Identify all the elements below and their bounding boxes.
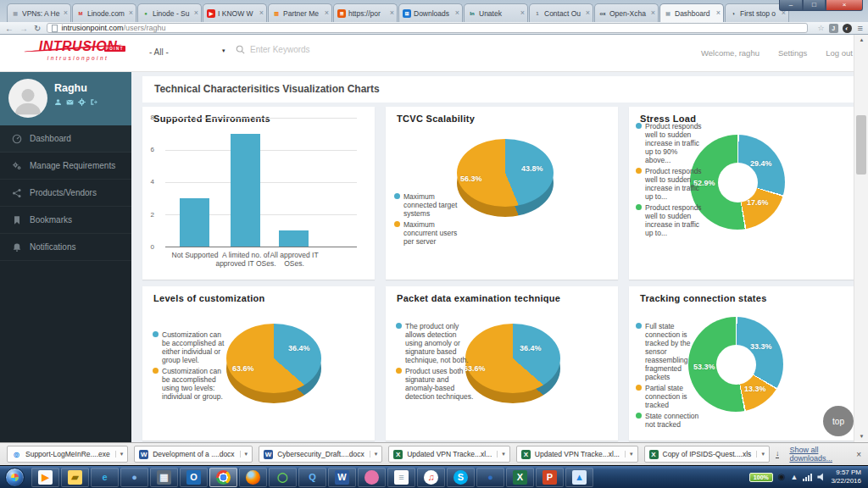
download-caret-icon[interactable]: ▾ bbox=[370, 451, 378, 458]
search-bar[interactable] bbox=[236, 45, 369, 54]
browser-tab[interactable]: M Linode.com × bbox=[72, 3, 136, 22]
reload-button[interactable]: ↻ bbox=[34, 23, 41, 34]
download-item[interactable]: X Updated VPN Tracke...xl... ▾ bbox=[388, 446, 510, 463]
share-nodes-icon bbox=[12, 188, 22, 198]
tray-expand-caret-icon[interactable]: ▲ bbox=[790, 473, 798, 481]
tab-close-icon[interactable]: × bbox=[325, 8, 329, 18]
taskbar-app-button[interactable] bbox=[239, 468, 267, 487]
envelope-icon[interactable] bbox=[66, 98, 74, 106]
taskbar: ▶ ▰ e ● ▦ O ◯ Q W bbox=[0, 465, 868, 488]
tray-icon[interactable]: ◉ bbox=[778, 473, 786, 481]
taskbar-app-button[interactable]: e bbox=[91, 468, 119, 487]
scroll-to-top-button[interactable]: top bbox=[823, 406, 854, 436]
battery-indicator[interactable]: 100% bbox=[749, 473, 773, 482]
forward-button[interactable]: → bbox=[19, 23, 28, 34]
browser-tab[interactable]: ● Linode - Su × bbox=[137, 3, 202, 22]
download-caret-icon[interactable]: ▾ bbox=[115, 451, 124, 458]
extension-icon[interactable]: J bbox=[829, 24, 838, 33]
browser-tab[interactable]: ▤ Dashboard × bbox=[659, 3, 724, 22]
taskbar-app-button[interactable]: ♫ bbox=[417, 468, 445, 487]
sign-out-icon[interactable] bbox=[90, 98, 97, 106]
download-filename: Cybersecurity_Draft....docx bbox=[277, 450, 364, 458]
user-icon[interactable] bbox=[54, 98, 62, 106]
browser-tab[interactable]: 1 Contact Ou × bbox=[529, 3, 593, 22]
tab-close-icon[interactable]: × bbox=[390, 8, 394, 18]
taskbar-app-button[interactable] bbox=[209, 468, 237, 487]
tab-close-icon[interactable]: × bbox=[520, 8, 525, 18]
settings-link[interactable]: Settings bbox=[778, 48, 807, 58]
filter-dropdown[interactable]: - All - bbox=[149, 47, 227, 57]
taskbar-app-button[interactable]: ◯ bbox=[269, 468, 297, 487]
file-type-icon: ◎ bbox=[12, 450, 21, 459]
network-signal-icon[interactable] bbox=[803, 473, 812, 481]
download-item[interactable]: X Copy of IPSIDS-Quest....xls ▾ bbox=[644, 446, 770, 463]
download-item[interactable]: X Updated VPN Tracke...xl... ▾ bbox=[516, 446, 638, 463]
taskbar-app-button[interactable]: O bbox=[180, 468, 208, 487]
extension-icon[interactable]: ◐ bbox=[843, 24, 852, 33]
download-item[interactable]: W Cybersecurity_Draft....docx ▾ bbox=[259, 446, 382, 463]
close-button[interactable]: × bbox=[826, 0, 863, 11]
browser-tab[interactable]: ▦ VPNs: A He × bbox=[7, 3, 71, 22]
taskbar-app-button[interactable]: P bbox=[536, 468, 564, 487]
browser-tab[interactable]: ▥ Partner Me × bbox=[268, 3, 332, 22]
back-button[interactable]: ← bbox=[5, 23, 14, 34]
browser-tab[interactable]: ox Open-Xcha × bbox=[594, 3, 659, 22]
start-button[interactable] bbox=[5, 468, 25, 487]
sidebar-item-notifications[interactable]: Notifications bbox=[0, 234, 131, 261]
speaker-icon[interactable] bbox=[817, 473, 826, 481]
scrollbar-up-arrow[interactable]: ▲ bbox=[854, 35, 868, 46]
tab-close-icon[interactable]: × bbox=[194, 8, 198, 18]
page-scrollbar[interactable]: ▲ ▼ bbox=[854, 35, 868, 442]
intrusionpoint-logo[interactable]: INTRUSION POINT intrusionpoint bbox=[22, 39, 134, 68]
taskbar-app-button[interactable]: X bbox=[506, 468, 534, 487]
download-caret-icon[interactable]: ▾ bbox=[625, 451, 633, 458]
taskbar-app-button[interactable]: ● bbox=[476, 468, 504, 487]
taskbar-app-button[interactable]: ▦ bbox=[150, 468, 178, 487]
scrollbar-thumb[interactable] bbox=[856, 115, 866, 175]
sidebar-item-manage-requirements[interactable]: Manage Requirements bbox=[0, 152, 131, 180]
taskbar-app-button[interactable]: ▰ bbox=[61, 468, 89, 487]
download-caret-icon[interactable]: ▾ bbox=[240, 451, 248, 458]
taskbar-app-button[interactable] bbox=[358, 468, 386, 487]
browser-tab[interactable]: In Unatek × bbox=[464, 3, 528, 22]
taskbar-clock[interactable]: 9:57 PM 3/22/2016 bbox=[831, 469, 861, 485]
sidebar-item-products-vendors[interactable]: Products/Vendors bbox=[0, 180, 131, 207]
address-bar[interactable]: intrusionpoint.com/users/raghu bbox=[47, 23, 807, 33]
search-input[interactable] bbox=[250, 45, 369, 54]
tab-close-icon[interactable]: × bbox=[455, 8, 459, 18]
taskbar-app-button[interactable]: ▶ bbox=[31, 468, 59, 487]
browser-tab[interactable]: ≣ https://por × bbox=[333, 3, 398, 22]
logout-link[interactable]: Log out bbox=[826, 48, 853, 58]
download-caret-icon[interactable]: ▾ bbox=[756, 451, 765, 458]
show-all-downloads-link[interactable]: Show all downloads... bbox=[789, 446, 846, 463]
taskbar-app-button[interactable]: ▲ bbox=[565, 468, 593, 487]
taskbar-app-button[interactable]: W bbox=[328, 468, 356, 487]
minimize-button[interactable]: – bbox=[779, 0, 803, 11]
tab-close-icon[interactable]: × bbox=[129, 8, 133, 18]
tab-title: Dashboard bbox=[675, 9, 713, 18]
sidebar-item-bookmarks[interactable]: Bookmarks bbox=[0, 207, 131, 234]
browser-menu-icon[interactable]: ≡ bbox=[858, 23, 863, 33]
sidebar-item-dashboard[interactable]: Dashboard bbox=[0, 125, 131, 152]
taskbar-app-button[interactable]: ≡ bbox=[387, 468, 415, 487]
taskbar-app-button[interactable]: S bbox=[447, 468, 475, 487]
taskbar-app-button[interactable]: Q bbox=[298, 468, 326, 487]
download-item[interactable]: W Development of a ....docx ▾ bbox=[134, 446, 253, 463]
gear-icon[interactable] bbox=[78, 98, 86, 106]
download-caret-icon[interactable]: ▾ bbox=[497, 451, 505, 458]
bookmark-star-icon[interactable]: ☆ bbox=[818, 24, 825, 32]
download-item[interactable]: ◎ Support-LogMeInRe....exe ▾ bbox=[7, 446, 128, 463]
downloads-bar-close-icon[interactable]: × bbox=[856, 450, 861, 459]
tab-close-icon[interactable]: × bbox=[586, 8, 590, 18]
tab-close-icon[interactable]: × bbox=[716, 8, 721, 18]
chevron-down-icon[interactable]: ▾ bbox=[222, 47, 225, 54]
tab-close-icon[interactable]: × bbox=[64, 8, 68, 18]
tab-close-icon[interactable]: × bbox=[651, 8, 655, 18]
welcome-user-link[interactable]: Welcome, raghu bbox=[701, 48, 760, 58]
taskbar-app-button[interactable]: ● bbox=[120, 468, 148, 487]
browser-tab[interactable]: ▶ I KNOW W × bbox=[203, 3, 267, 22]
browser-tab[interactable]: ⊞ Downloads × bbox=[398, 3, 463, 22]
scrollbar-down-arrow[interactable]: ▼ bbox=[854, 431, 868, 442]
tab-close-icon[interactable]: × bbox=[259, 8, 264, 18]
maximize-button[interactable]: □ bbox=[803, 0, 826, 11]
